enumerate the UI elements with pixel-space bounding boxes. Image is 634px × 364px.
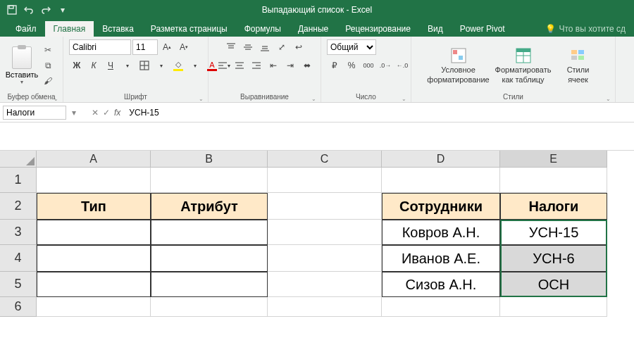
fill-color-button[interactable]: ◇ <box>170 58 186 73</box>
cell-B1[interactable] <box>151 168 268 193</box>
column-header-C[interactable]: C <box>268 151 382 168</box>
cell-C4[interactable] <box>268 245 382 272</box>
cell-A1[interactable] <box>37 168 151 193</box>
tab-home[interactable]: Главная <box>45 21 94 37</box>
column-header-D[interactable]: D <box>382 151 500 168</box>
format-painter-icon[interactable]: 🖌 <box>41 74 55 88</box>
tab-review[interactable]: Рецензирование <box>337 21 419 37</box>
cell-D1[interactable] <box>382 168 500 193</box>
column-header-A[interactable]: A <box>37 151 151 168</box>
increase-decimal-icon[interactable]: .0→ <box>378 58 393 73</box>
tab-file[interactable]: Файл <box>7 21 45 37</box>
cell-E1[interactable] <box>500 168 607 193</box>
cell-E5[interactable]: ОСН <box>500 272 607 297</box>
cell-B4[interactable] <box>151 245 268 272</box>
enter-icon[interactable]: ✓ <box>103 108 110 118</box>
cell-C5[interactable] <box>268 272 382 297</box>
align-right-icon[interactable] <box>249 58 264 73</box>
undo-icon[interactable] <box>23 4 35 16</box>
conditional-format-button[interactable]: Условное форматирование <box>429 47 488 84</box>
number-format-combo[interactable]: Общий <box>327 39 376 55</box>
tab-data[interactable]: Данные <box>290 21 337 37</box>
cell-B2[interactable]: Атрибут <box>151 193 268 220</box>
align-middle-icon[interactable] <box>240 39 256 55</box>
tab-page-layout[interactable]: Разметка страницы <box>142 21 236 37</box>
cell-D2[interactable]: Сотрудники <box>382 193 500 220</box>
cell-D5[interactable]: Сизов А.Н. <box>382 272 500 297</box>
align-top-icon[interactable] <box>223 39 239 55</box>
row-header-2[interactable]: 2 <box>0 193 37 220</box>
percent-format-icon[interactable]: % <box>344 58 359 73</box>
underline-dropdown-icon[interactable]: ▾ <box>120 58 135 73</box>
copy-icon[interactable]: ⧉ <box>41 58 55 73</box>
formula-input[interactable] <box>126 108 631 118</box>
cell-B6[interactable] <box>151 297 268 317</box>
underline-button[interactable]: Ч <box>103 58 118 73</box>
tab-power-pivot[interactable]: Power Pivot <box>452 21 514 37</box>
wrap-text-icon[interactable]: ↩ <box>291 39 306 55</box>
row-header-4[interactable]: 4 <box>0 245 37 272</box>
merge-center-icon[interactable]: ⬌ <box>299 58 315 73</box>
decrease-decimal-icon[interactable]: ←.0 <box>394 58 410 73</box>
tab-formulas[interactable]: Формулы <box>236 21 290 37</box>
tab-view[interactable]: Вид <box>419 21 452 37</box>
borders-dropdown-icon[interactable]: ▾ <box>154 58 169 73</box>
align-bottom-icon[interactable] <box>257 39 273 55</box>
cell-grid[interactable]: ТипАтрибутСотрудникиНалогиКовров А.Н.УСН… <box>37 168 607 317</box>
cancel-icon[interactable]: ✕ <box>92 108 99 118</box>
cell-C2[interactable] <box>268 193 382 220</box>
row-header-5[interactable]: 5 <box>0 272 37 297</box>
cell-A3[interactable] <box>37 220 151 245</box>
comma-format-icon[interactable]: 000 <box>361 58 376 73</box>
fill-dropdown-icon[interactable]: ▾ <box>187 58 203 73</box>
borders-button[interactable] <box>137 58 152 73</box>
align-center-icon[interactable] <box>232 58 247 73</box>
cell-D6[interactable] <box>382 297 500 317</box>
row-header-6[interactable]: 6 <box>0 297 37 317</box>
cell-B3[interactable] <box>151 220 268 245</box>
font-size-combo[interactable] <box>132 39 158 55</box>
column-header-B[interactable]: B <box>151 151 268 168</box>
format-as-table-button[interactable]: Форматировать как таблицу <box>494 47 553 84</box>
cell-D4[interactable]: Иванов А.Е. <box>382 245 500 272</box>
redo-icon[interactable] <box>39 4 52 16</box>
cell-C1[interactable] <box>268 168 382 193</box>
decrease-font-icon[interactable]: A▾ <box>176 39 192 55</box>
bold-button[interactable]: Ж <box>69 58 85 73</box>
font-name-combo[interactable] <box>69 39 131 55</box>
cell-styles-button[interactable]: Стили ячеек <box>559 47 598 84</box>
paste-button[interactable]: Вставить ▾ <box>6 46 38 85</box>
column-header-E[interactable]: E <box>500 151 607 168</box>
cell-A4[interactable] <box>37 245 151 272</box>
cell-A6[interactable] <box>37 297 151 317</box>
name-box[interactable] <box>3 106 66 120</box>
cut-icon[interactable]: ✂ <box>41 43 55 57</box>
select-all-corner[interactable] <box>0 151 37 168</box>
tell-me-search[interactable]: 💡 Что вы хотите сд <box>537 21 634 37</box>
accounting-format-icon[interactable]: ₽ <box>327 58 342 73</box>
clipboard-icon <box>12 46 32 69</box>
cell-C6[interactable] <box>268 297 382 317</box>
cell-C3[interactable] <box>268 220 382 245</box>
cell-E3[interactable]: УСН-15 <box>500 220 607 245</box>
cell-B5[interactable] <box>151 272 268 297</box>
increase-indent-icon[interactable]: ⇥ <box>282 58 298 73</box>
decrease-indent-icon[interactable]: ⇤ <box>266 58 281 73</box>
fx-icon[interactable]: fx <box>114 108 120 118</box>
cell-E4[interactable]: УСН-6 <box>500 245 607 272</box>
cell-E2[interactable]: Налоги <box>500 193 607 220</box>
row-header-3[interactable]: 3 <box>0 220 37 245</box>
tab-insert[interactable]: Вставка <box>94 21 142 37</box>
cell-E6[interactable] <box>500 297 607 317</box>
cell-A5[interactable] <box>37 272 151 297</box>
orientation-icon[interactable]: ⤢ <box>274 39 290 55</box>
align-left-icon[interactable] <box>215 58 230 73</box>
italic-button[interactable]: К <box>86 58 101 73</box>
increase-font-icon[interactable]: A▴ <box>159 39 175 55</box>
qat-dropdown-icon[interactable]: ▾ <box>56 4 69 16</box>
name-box-dropdown-icon[interactable]: ▾ <box>72 108 76 118</box>
row-header-1[interactable]: 1 <box>0 168 37 193</box>
cell-A2[interactable]: Тип <box>37 193 151 220</box>
save-icon[interactable] <box>6 4 18 16</box>
cell-D3[interactable]: Ковров А.Н. <box>382 220 500 245</box>
